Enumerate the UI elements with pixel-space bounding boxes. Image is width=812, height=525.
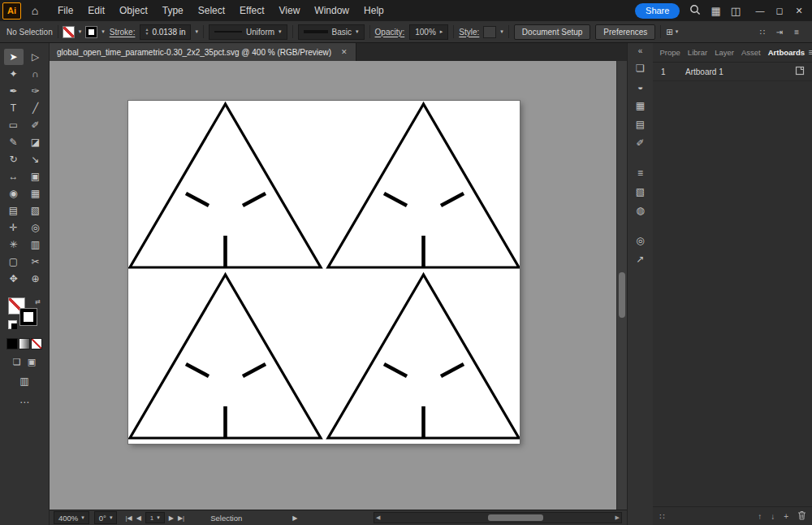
document-tab[interactable]: global_open_time_parametric-0.30_2x2_35p…: [49, 43, 356, 61]
draw-normal-icon[interactable]: ❏: [13, 357, 21, 367]
stroke-spinner-icon[interactable]: ▲▼: [145, 28, 149, 36]
search-icon[interactable]: [689, 4, 701, 18]
tool-lasso[interactable]: ∩: [26, 66, 45, 82]
vertical-scrollbar-thumb[interactable]: [619, 272, 625, 318]
snap-options-icon[interactable]: ⇥: [776, 28, 783, 37]
menu-type[interactable]: Type: [155, 0, 191, 21]
tool-free-transform[interactable]: ▣: [26, 168, 45, 184]
tool-mesh[interactable]: ▤: [4, 202, 24, 219]
tool-eyedropper[interactable]: ✛: [4, 219, 24, 236]
menu-window[interactable]: Window: [307, 0, 356, 21]
tool-rotate[interactable]: ↻: [4, 151, 24, 167]
canvas[interactable]: [49, 61, 617, 510]
reorder-artboards-icon[interactable]: ∷: [659, 512, 664, 521]
edit-toolbar-icon[interactable]: ⋯: [19, 397, 29, 408]
preferences-button[interactable]: Preferences: [595, 24, 655, 40]
illustrator-app-icon[interactable]: Ai: [2, 2, 21, 20]
menu-edit[interactable]: Edit: [80, 0, 112, 21]
triangle-shape-4[interactable]: [328, 275, 519, 438]
tool-column-graph[interactable]: ▥: [26, 236, 45, 253]
panel-tab-layer[interactable]: Layer: [711, 48, 738, 57]
triangle-inner-mark[interactable]: [441, 364, 464, 376]
last-artboard-button[interactable]: ▶|: [178, 514, 184, 522]
triangle-shape-3[interactable]: [130, 275, 321, 438]
tool-type[interactable]: T: [4, 100, 24, 116]
none-button[interactable]: [32, 339, 41, 349]
snap-to-grid-icon[interactable]: ∷: [759, 28, 764, 37]
artboard-page-icon[interactable]: [795, 66, 805, 77]
new-artboard-icon[interactable]: +: [784, 512, 788, 521]
tool-blend[interactable]: ◎: [26, 219, 45, 236]
stroke-panel-icon[interactable]: ≡: [632, 164, 650, 181]
panel-tab-artboards[interactable]: Artboards: [764, 48, 808, 57]
swap-fill-stroke-icon[interactable]: ⇄: [35, 298, 41, 306]
tool-pen[interactable]: ✒: [4, 83, 24, 99]
restore-button[interactable]: ◻: [770, 6, 789, 16]
vertical-scrollbar[interactable]: [616, 61, 627, 510]
stroke-weight-field[interactable]: ▲▼ 0.0138 in: [140, 24, 190, 40]
gradient-button[interactable]: [19, 339, 29, 349]
tool-direct-selection[interactable]: ▷: [26, 49, 45, 65]
tool-hand[interactable]: ✥: [4, 271, 24, 287]
triangle-shape-1[interactable]: [130, 104, 321, 267]
scroll-right-icon[interactable]: ▶: [615, 514, 620, 521]
minimize-button[interactable]: —: [750, 6, 770, 16]
tool-rectangle[interactable]: ▭: [4, 117, 24, 133]
delete-artboard-icon[interactable]: [797, 510, 806, 522]
screen-mode-icon[interactable]: ▥: [19, 375, 28, 387]
first-artboard-button[interactable]: |◀: [125, 514, 132, 522]
horizontal-scrollbar[interactable]: ◀ ▶: [374, 512, 622, 523]
menu-select[interactable]: Select: [191, 0, 232, 21]
move-artboard-down-icon[interactable]: ↓: [771, 512, 775, 521]
next-artboard-button[interactable]: ▶: [169, 514, 174, 522]
stroke-label[interactable]: Stroke:: [110, 28, 136, 37]
status-flyout-icon[interactable]: ▶: [292, 514, 297, 522]
home-icon[interactable]: ⌂: [24, 4, 45, 17]
fill-swatch-none[interactable]: [63, 27, 74, 37]
color-guide-panel-icon[interactable]: ▦: [632, 97, 650, 114]
tool-slice[interactable]: ✂: [26, 254, 45, 270]
document-setup-button[interactable]: Document Setup: [514, 24, 591, 40]
opacity-dropdown[interactable]: 100% ▸: [409, 24, 448, 40]
tool-artboard[interactable]: ▢: [4, 254, 24, 270]
tool-perspective-grid[interactable]: ▦: [26, 185, 45, 202]
tool-line-segment[interactable]: ╱: [26, 100, 45, 116]
panel-tab-asset[interactable]: Asset: [737, 48, 764, 57]
tool-curvature[interactable]: ✑: [26, 83, 45, 99]
expand-panels-icon[interactable]: «: [638, 46, 643, 55]
tool-gradient[interactable]: ▧: [26, 202, 45, 219]
control-panel-menu-icon[interactable]: ≡: [794, 28, 799, 37]
draw-behind-icon[interactable]: ▣: [28, 357, 36, 367]
tool-zoom[interactable]: ⊕: [26, 271, 45, 287]
default-fill-stroke-icon[interactable]: [8, 320, 17, 329]
tool-scale[interactable]: ↘: [26, 151, 45, 167]
arrange-documents-icon[interactable]: ▦: [710, 5, 720, 17]
artboard-list-item[interactable]: 1 Artboard 1: [653, 63, 812, 81]
stroke-weight-caret-icon[interactable]: ▾: [196, 28, 199, 35]
stroke-caret-icon[interactable]: ▾: [102, 28, 105, 35]
gradient-panel-icon[interactable]: ▧: [632, 183, 650, 200]
scroll-left-icon[interactable]: ◀: [376, 514, 380, 521]
previous-artboard-button[interactable]: ◀: [136, 514, 141, 522]
triangle-inner-mark[interactable]: [384, 193, 407, 206]
workspace-switcher-icon[interactable]: ◫: [731, 5, 741, 17]
stroke-color[interactable]: [20, 309, 37, 325]
zoom-level-dropdown[interactable]: 400% ▾: [54, 511, 89, 524]
libraries-panel-icon[interactable]: ❏: [632, 59, 650, 76]
fill-caret-icon[interactable]: ▾: [79, 28, 82, 35]
color-panel-icon[interactable]: ◒: [632, 78, 650, 95]
symbols-panel-icon[interactable]: ◎: [632, 232, 650, 249]
panel-menu-icon[interactable]: ≡: [809, 47, 812, 57]
triangle-inner-mark[interactable]: [186, 193, 209, 206]
tool-paintbrush[interactable]: ✐: [26, 117, 45, 133]
asset-export-panel-icon[interactable]: ↗: [632, 250, 650, 267]
rotation-dropdown[interactable]: 0° ▾: [94, 511, 118, 524]
triangle-shape-2[interactable]: [328, 104, 519, 267]
triangle-inner-mark[interactable]: [243, 364, 266, 376]
tool-eraser[interactable]: ◪: [26, 134, 45, 150]
style-label[interactable]: Style:: [459, 28, 479, 37]
tab-close-icon[interactable]: ✕: [341, 48, 348, 56]
more-tools-icon[interactable]: ⊞▾: [666, 28, 678, 37]
brushes-panel-icon[interactable]: ✐: [632, 134, 650, 151]
swatches-panel-icon[interactable]: ▤: [632, 115, 650, 132]
